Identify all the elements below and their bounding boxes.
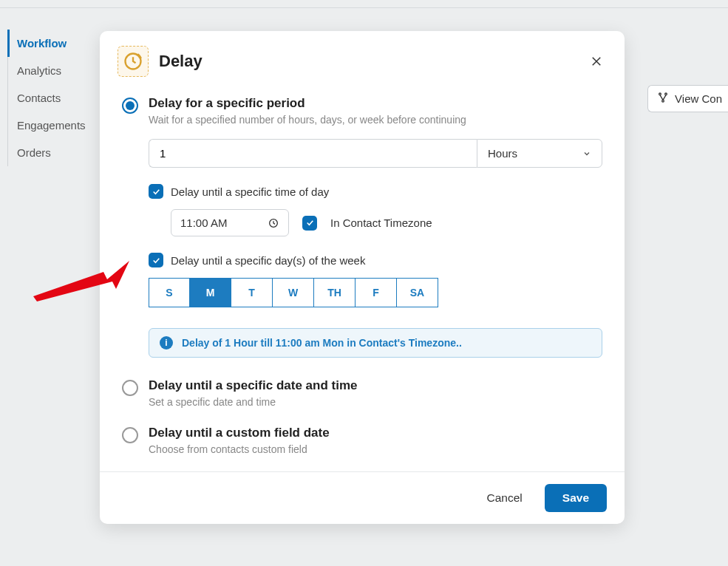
- close-icon: [590, 55, 603, 68]
- day-of-week-label: Delay until a specific day(s) of the wee…: [171, 254, 365, 267]
- option-custom-field-title: Delay until a custom field date: [149, 426, 330, 440]
- modal-footer: Cancel Save: [100, 471, 625, 524]
- modal-body: Delay for a specific period Wait for a s…: [100, 84, 625, 464]
- modal-title: Delay: [159, 52, 203, 71]
- sidebar-item-engagements[interactable]: Engagements: [8, 112, 103, 139]
- branch-icon: [657, 92, 669, 106]
- day-tuesday[interactable]: T: [231, 278, 273, 307]
- check-icon: [305, 218, 315, 228]
- time-of-day-input[interactable]: 11:00 AM: [171, 209, 289, 236]
- delay-units-select[interactable]: Hours: [477, 139, 602, 168]
- checkbox-time-of-day[interactable]: [149, 184, 163, 199]
- delay-number-input[interactable]: [149, 139, 477, 168]
- option-specific-period: Delay for a specific period Wait for a s…: [122, 96, 602, 358]
- delay-summary-text: Delay of 1 Hour till 11:00 am Mon in Con…: [182, 337, 462, 349]
- contact-timezone-label: In Contact Timezone: [330, 216, 432, 229]
- clock-icon: [268, 217, 279, 229]
- day-monday[interactable]: M: [190, 278, 231, 307]
- days-of-week-selector: S M T W TH F SA: [149, 278, 602, 307]
- check-icon: [152, 187, 161, 197]
- modal-header: Delay: [100, 31, 625, 84]
- radio-custom-field[interactable]: [122, 427, 138, 443]
- delay-modal: Delay Delay for a specific period Wait f…: [100, 31, 625, 524]
- day-friday[interactable]: F: [356, 278, 397, 307]
- top-divider: [0, 7, 728, 8]
- view-contacts-button[interactable]: View Con: [647, 85, 728, 112]
- chevron-down-icon: [582, 149, 591, 158]
- sidebar-item-workflow[interactable]: Workflow: [7, 30, 103, 57]
- close-button[interactable]: [586, 51, 607, 72]
- view-contacts-label: View Con: [675, 92, 722, 105]
- sidebar-item-analytics[interactable]: Analytics: [8, 57, 103, 84]
- day-sunday[interactable]: S: [149, 278, 190, 307]
- cancel-button[interactable]: Cancel: [474, 484, 536, 512]
- option-specific-date: Delay until a specific date and time Set…: [122, 378, 602, 408]
- checkbox-day-of-week[interactable]: [149, 253, 163, 267]
- day-saturday[interactable]: SA: [397, 278, 438, 307]
- sidebar-nav: Workflow Analytics Contacts Engagements …: [7, 30, 103, 166]
- sidebar-item-orders[interactable]: Orders: [8, 139, 103, 166]
- delay-icon: [118, 46, 149, 77]
- time-of-day-label: Delay until a specific time of day: [171, 185, 329, 198]
- svg-point-2: [662, 100, 664, 102]
- option-specific-date-title: Delay until a specific date and time: [149, 378, 357, 393]
- delay-units-value: Hours: [488, 147, 517, 160]
- option-specific-period-title: Delay for a specific period: [149, 96, 602, 111]
- check-icon: [152, 256, 161, 265]
- checkbox-contact-timezone[interactable]: [302, 216, 317, 231]
- option-custom-field: Delay until a custom field date Choose f…: [122, 426, 602, 455]
- day-thursday[interactable]: TH: [314, 278, 356, 307]
- svg-point-0: [659, 93, 661, 95]
- radio-specific-date[interactable]: [122, 380, 138, 396]
- option-custom-field-subtitle: Choose from contacts custom field: [149, 443, 330, 455]
- sidebar-item-contacts[interactable]: Contacts: [8, 84, 103, 112]
- radio-specific-period[interactable]: [122, 98, 138, 114]
- info-icon: i: [160, 336, 173, 350]
- day-wednesday[interactable]: W: [273, 278, 314, 307]
- time-of-day-value: 11:00 AM: [180, 216, 227, 229]
- option-specific-period-subtitle: Wait for a specified number of hours, da…: [149, 114, 602, 126]
- save-button[interactable]: Save: [545, 484, 607, 512]
- svg-point-1: [665, 93, 667, 95]
- delay-summary-banner: i Delay of 1 Hour till 11:00 am Mon in C…: [149, 328, 602, 358]
- option-specific-date-subtitle: Set a specific date and time: [149, 396, 357, 408]
